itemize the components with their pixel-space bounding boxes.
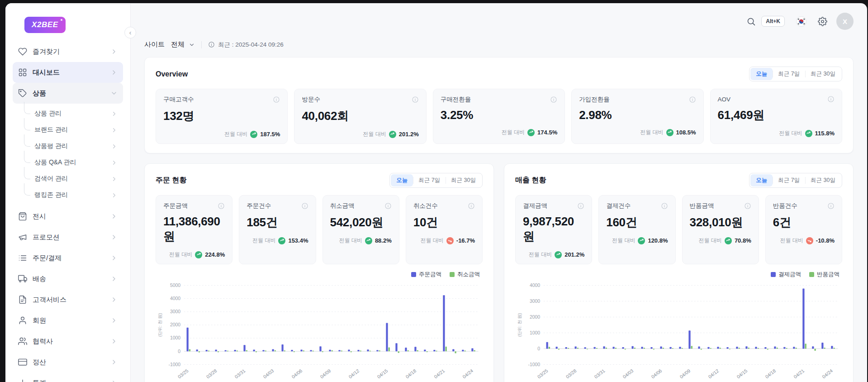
sales-chart: -100001000200030004000(단위: 천 원)03/2503/2… — [515, 280, 842, 382]
kpi-compare-label: 전월 대비 — [780, 237, 803, 244]
x2bee-logo[interactable]: X2BEE — [24, 17, 66, 33]
info-icon[interactable] — [577, 202, 584, 210]
sidebar-item-settlement[interactable]: 정산 — [13, 352, 123, 372]
info-icon[interactable] — [384, 202, 392, 210]
sidebar-item-partners[interactable]: 협력사 — [13, 331, 123, 352]
tab-today[interactable]: 오늘 — [750, 68, 773, 80]
legend-swatch — [809, 272, 814, 277]
order-period-tabs: 오늘최근 7일최근 30일 — [389, 173, 483, 188]
site-label: 사이트 — [144, 40, 165, 49]
svg-text:1000: 1000 — [170, 335, 180, 340]
kpi-compare-label: 전월 대비 — [169, 251, 192, 258]
sales-status-title: 매출 현황 — [515, 176, 546, 185]
kpi-change: -10.8% — [816, 237, 835, 244]
topbar: Alt+K X — [131, 3, 867, 39]
sidebar-item-order-payment[interactable]: 주문/결제 — [13, 248, 123, 268]
tab-recent-30d[interactable]: 최근 30일 — [805, 68, 841, 80]
members-icon — [18, 316, 27, 325]
sidebar-item-products[interactable]: 상품 — [13, 83, 123, 104]
settings-button[interactable] — [816, 15, 829, 28]
sidebar-item-statistics[interactable]: 통계 — [13, 372, 123, 382]
kpi-compare-label: 전월 대비 — [224, 130, 247, 138]
info-icon[interactable] — [273, 96, 280, 103]
language-flag-button[interactable] — [794, 14, 809, 29]
kpi-value: 328,010원 — [690, 215, 751, 230]
user-avatar[interactable]: X — [836, 13, 854, 30]
sidebar-item-label: 즐겨찾기 — [33, 48, 105, 56]
kpi-footer: 전월 대비187.5% — [163, 130, 280, 138]
legend-swatch — [450, 272, 455, 277]
kpi-footer: 전월 대비-10.8% — [773, 237, 835, 244]
kpi-footer: 전월 대비-16.7% — [413, 237, 475, 244]
kpi-change: 187.5% — [260, 131, 280, 138]
trend-up-icon — [389, 131, 396, 138]
sidebar-item-display[interactable]: 전시 — [13, 206, 123, 227]
sidebar-item-favorites[interactable]: 즐겨찾기 — [13, 41, 123, 62]
trend-up-icon — [250, 131, 257, 138]
search-group: Alt+K — [745, 15, 785, 28]
info-icon[interactable] — [468, 202, 475, 210]
legend-swatch — [771, 272, 776, 277]
svg-text:03/25: 03/25 — [536, 368, 549, 379]
info-icon[interactable] — [827, 96, 835, 103]
kpi-value: 542,020원 — [330, 215, 392, 230]
tab-today[interactable]: 오늘 — [750, 174, 773, 186]
kpi-header: 결제건수 — [606, 202, 668, 210]
info-icon[interactable] — [218, 202, 225, 210]
divider — [201, 41, 202, 48]
tab-recent-30d[interactable]: 최근 30일 — [805, 174, 841, 186]
tab-recent-30d[interactable]: 최근 30일 — [446, 174, 481, 186]
sidebar-item-customer-service[interactable]: 고객서비스 — [13, 289, 123, 310]
tab-today[interactable]: 오늘 — [391, 174, 413, 186]
dashboard-content: Overview 오늘최근 7일최근 30일 구매고객수132명전월 대비187… — [131, 57, 867, 382]
info-icon[interactable] — [301, 202, 308, 210]
info-icon[interactable] — [550, 96, 557, 103]
chevron-right-icon — [111, 143, 118, 150]
kpi-header: AOV — [718, 96, 835, 103]
sidebar-item-dashboard[interactable]: 대시보드 — [13, 62, 123, 83]
chevron-down-icon — [189, 42, 195, 48]
sidebar-collapse-button[interactable]: ‹ — [124, 27, 136, 38]
sidebar-item-members[interactable]: 회원 — [13, 310, 123, 331]
chevron-right-icon — [110, 379, 118, 382]
tab-recent-7d[interactable]: 최근 7일 — [413, 174, 446, 186]
info-icon[interactable] — [412, 96, 419, 103]
kpi-label: 결제금액 — [523, 202, 547, 210]
kpi-label: 주문건수 — [247, 202, 271, 210]
info-icon[interactable] — [661, 202, 668, 210]
sidebar-subitem-label: 상품 Q&A 관리 — [34, 158, 111, 167]
korea-flag-icon — [796, 16, 807, 27]
kpi-card-purchase-customers: 구매고객수132명전월 대비187.5% — [156, 89, 288, 144]
sidebar-item-label: 고객서비스 — [33, 296, 105, 304]
chevron-right-icon — [111, 110, 118, 117]
info-icon[interactable] — [689, 96, 696, 103]
site-select[interactable]: 전체 — [171, 40, 195, 49]
info-icon[interactable] — [827, 202, 835, 210]
sidebar-item-label: 통계 — [33, 379, 105, 382]
kpi-change: 174.5% — [537, 129, 557, 136]
sidebar-item-delivery[interactable]: 배송 — [13, 268, 123, 289]
trend-up-icon — [365, 237, 372, 244]
svg-text:0: 0 — [537, 346, 540, 351]
display-icon — [18, 212, 27, 221]
favorites-icon — [18, 47, 27, 56]
search-button[interactable] — [745, 15, 758, 28]
trend-up-icon — [278, 237, 285, 244]
kpi-label: 구매고객수 — [163, 96, 194, 104]
order-card-header: 주문 현황 오늘최근 7일최근 30일 — [156, 173, 483, 188]
chevron-right-icon — [110, 275, 118, 282]
kpi-header: 반품금액 — [690, 202, 751, 210]
kpi-card-visits: 방문수40,062회전월 대비201.2% — [294, 89, 426, 144]
kpi-card-return-count: 반품건수6건전월 대비-10.8% — [765, 195, 842, 264]
tab-recent-7d[interactable]: 최근 7일 — [773, 68, 805, 80]
svg-text:2000: 2000 — [530, 315, 540, 320]
svg-text:0: 0 — [178, 349, 180, 354]
sidebar-item-promotion[interactable]: 프로모션 — [13, 227, 123, 248]
svg-text:04/15: 04/15 — [376, 368, 389, 379]
svg-text:04/24: 04/24 — [462, 368, 474, 379]
kpi-label: 방문수 — [302, 96, 320, 104]
kpi-value: 132명 — [163, 108, 280, 124]
tab-recent-7d[interactable]: 최근 7일 — [773, 174, 805, 186]
sidebar-subitem[interactable]: 랭킹존 관리 — [13, 187, 123, 203]
info-icon[interactable] — [744, 202, 751, 210]
